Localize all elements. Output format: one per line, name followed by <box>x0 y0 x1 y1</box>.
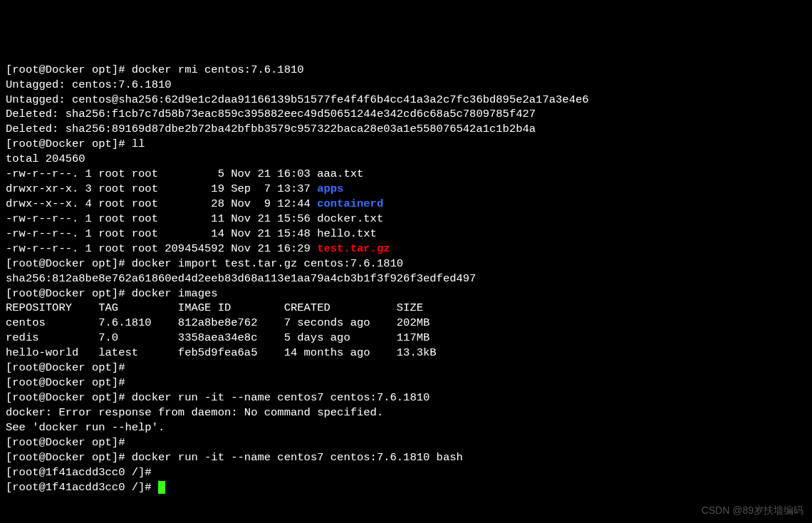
command-text: docker images <box>132 287 218 300</box>
file-name: containerd <box>317 197 383 210</box>
prompt-line: [root@Docker opt]# docker rmi centos:7.6… <box>6 63 806 78</box>
command-text: docker run -it --name centos7 centos:7.6… <box>132 451 463 464</box>
ll-row: drwx--x--x. 4 root root 28 Nov 9 12:44 c… <box>6 197 806 212</box>
terminal-output[interactable]: [root@Docker opt]# docker rmi centos:7.6… <box>6 63 806 495</box>
command-text: ll <box>132 138 145 150</box>
shell-prompt: [root@1f41acdd3cc0 /]# <box>6 466 158 479</box>
shell-prompt: [root@Docker opt]# <box>6 451 132 464</box>
cursor[interactable] <box>158 481 165 494</box>
ll-row: drwxr-xr-x. 3 root root 19 Sep 7 13:37 a… <box>6 182 806 197</box>
deleted-line: Deleted: sha256:f1cb7c7d58b73eac859c3958… <box>6 107 806 122</box>
shell-prompt: [root@Docker opt]# <box>6 138 132 150</box>
prompt-line: [root@1f41acdd3cc0 /]# <box>6 465 806 480</box>
prompt-line: [root@Docker opt]# <box>6 361 806 376</box>
prompt-line: [root@1f41acdd3cc0 /]# <box>6 480 806 495</box>
shell-prompt: [root@Docker opt]# <box>6 257 132 270</box>
csdn-watermark: CSDN @89岁扶墙编码 <box>702 504 803 517</box>
prompt-line: [root@Docker opt]# docker images <box>6 286 806 301</box>
command-text: docker run -it --name centos7 centos:7.6… <box>132 391 430 404</box>
prompt-line: [root@Docker opt]# docker import test.ta… <box>6 257 806 271</box>
deleted-line: Deleted: sha256:89169d87dbe2b72ba42bfbb3… <box>6 122 806 137</box>
prompt-line: [root@Docker opt]# ll <box>6 137 806 152</box>
ll-row: -rw-r--r--. 1 root root 5 Nov 21 16:03 a… <box>6 167 806 182</box>
error-line: See 'docker run --help'. <box>6 420 806 435</box>
file-name: apps <box>317 182 343 195</box>
prompt-line: [root@Docker opt]# <box>6 376 806 390</box>
images-header: REPOSITORY TAG IMAGE ID CREATED SIZE <box>6 301 806 316</box>
file-name: test.tar.gz <box>317 242 390 255</box>
shell-prompt: [root@Docker opt]# <box>6 361 132 374</box>
import-sha: sha256:812a8be8e762a61860ed4d2eeb83d68a1… <box>6 271 806 286</box>
shell-prompt: [root@Docker opt]# <box>6 436 132 449</box>
file-name: aaa.txt <box>317 167 363 180</box>
ll-total: total 204560 <box>6 152 806 167</box>
images-row: hello-world latest feb5d9fea6a5 14 month… <box>6 346 806 361</box>
command-text: docker import test.tar.gz centos:7.6.181… <box>132 257 403 270</box>
ll-row: -rw-r--r--. 1 root root 209454592 Nov 21… <box>6 242 806 257</box>
untagged-line: Untagged: centos@sha256:62d9e1c2daa91166… <box>6 93 806 108</box>
images-row: centos 7.6.1810 812a8be8e762 7 seconds a… <box>6 316 806 331</box>
ll-row: -rw-r--r--. 1 root root 14 Nov 21 15:48 … <box>6 227 806 242</box>
shell-prompt: [root@Docker opt]# <box>6 63 132 76</box>
shell-prompt: [root@Docker opt]# <box>6 287 132 300</box>
file-name: docker.txt <box>317 212 383 225</box>
file-name: hello.txt <box>317 227 377 240</box>
prompt-line: [root@Docker opt]# docker run -it --name… <box>6 390 806 405</box>
shell-prompt: [root@Docker opt]# <box>6 376 132 389</box>
images-row: redis 7.0 3358aea34e8c 5 days ago 117MB <box>6 331 806 346</box>
error-line: docker: Error response from daemon: No c… <box>6 405 806 420</box>
command-text: docker rmi centos:7.6.1810 <box>132 63 304 76</box>
shell-prompt: [root@1f41acdd3cc0 /]# <box>6 481 158 494</box>
prompt-line: [root@Docker opt]# <box>6 435 806 450</box>
prompt-line: [root@Docker opt]# docker run -it --name… <box>6 450 806 465</box>
untagged-line: Untagged: centos:7.6.1810 <box>6 78 806 93</box>
shell-prompt: [root@Docker opt]# <box>6 391 132 404</box>
ll-row: -rw-r--r--. 1 root root 11 Nov 21 15:56 … <box>6 212 806 227</box>
